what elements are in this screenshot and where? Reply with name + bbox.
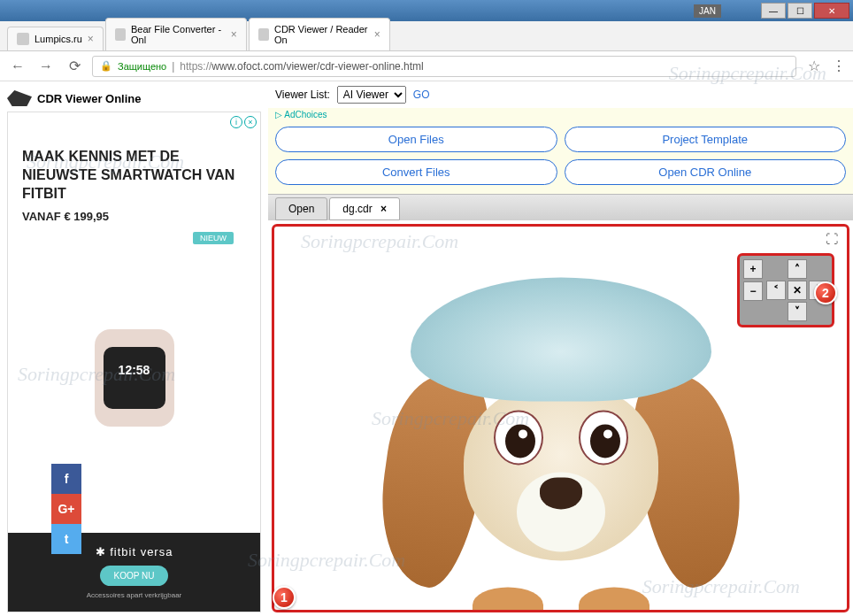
ad-info-icons[interactable]: i×	[230, 116, 257, 128]
address-bar: ← → ⟳ 🔒 Защищено | https://www.ofoct.com…	[0, 51, 853, 81]
file-tab-current[interactable]: dg.cdr ×	[329, 197, 400, 220]
browser-tab[interactable]: Lumpics.ru ×	[7, 27, 104, 50]
menu-button[interactable]: ⋮	[832, 58, 846, 74]
adchoices-row[interactable]: ▷ AdChoices	[268, 108, 853, 121]
viewer-canvas[interactable]: ⛶ + − ˄ ˂ ✕ ˃ ˅	[272, 224, 849, 612]
ad-cta-button[interactable]: KOOP NU	[100, 566, 169, 586]
ad-price: VANAF € 199,95	[8, 210, 260, 223]
browser-tabbar: Lumpics.ru × Bear File Converter - Onl ×…	[0, 21, 853, 51]
ad-banner[interactable]: i× MAAK KENNIS MET DE NIEUWSTE SMARTWATC…	[7, 112, 261, 612]
close-button[interactable]: ✕	[814, 3, 849, 19]
favicon-icon	[115, 28, 126, 41]
tab-close-icon[interactable]: ×	[374, 28, 380, 41]
facebook-button[interactable]: f	[51, 464, 81, 494]
open-cdr-online-button[interactable]: Open CDR Online	[565, 159, 847, 185]
open-tab[interactable]: Open	[275, 197, 327, 220]
tab-close-icon[interactable]: ×	[231, 28, 237, 41]
tab-title: Bear File Converter - Onl	[131, 24, 226, 45]
file-tab-label: dg.cdr	[342, 203, 372, 215]
viewer-select[interactable]: AI Viewer	[337, 86, 406, 104]
viewer-toolbar: Viewer List: AI Viewer GO	[268, 81, 853, 108]
project-template-button[interactable]: Project Template	[565, 127, 847, 152]
social-buttons: f G+ t	[51, 464, 81, 554]
site-header: CDR Viewer Online	[7, 85, 261, 112]
favicon-icon	[258, 28, 269, 41]
reload-button[interactable]: ⟳	[64, 56, 85, 77]
page-content: CDR Viewer Online i× MAAK KENNIS MET DE …	[0, 81, 853, 616]
pan-down-button[interactable]: ˅	[788, 302, 807, 321]
lang-indicator[interactable]: JAN	[694, 4, 721, 18]
back-button[interactable]: ←	[7, 56, 28, 77]
pan-reset-button[interactable]: ✕	[788, 281, 807, 300]
left-column: CDR Viewer Online i× MAAK KENNIS MET DE …	[0, 81, 268, 616]
favicon-icon	[17, 33, 29, 45]
ad-footer: ✱ fitbit versa KOOP NU Accessoires apart…	[8, 533, 260, 612]
lock-icon: 🔒	[100, 60, 112, 72]
zoom-in-button[interactable]: +	[743, 259, 763, 279]
ad-image: NIEUW 12:58	[8, 223, 260, 533]
minimize-button[interactable]: —	[761, 3, 786, 19]
pan-up-button[interactable]: ˄	[788, 259, 807, 279]
callout-2: 2	[814, 281, 837, 304]
viewer-list-label: Viewer List:	[275, 89, 330, 101]
site-title: CDR Viewer Online	[37, 92, 142, 105]
watch-icon: 12:58	[95, 329, 174, 427]
right-column: Viewer List: AI Viewer GO ▷ AdChoices Op…	[268, 81, 853, 616]
callout-1: 1	[273, 586, 296, 609]
url-text: https://www.ofoct.com/viewer/cdr-viewer-…	[180, 60, 423, 73]
googleplus-button[interactable]: G+	[51, 494, 81, 524]
open-files-button[interactable]: Open Files	[275, 127, 557, 152]
fullscreen-icon[interactable]: ⛶	[826, 232, 838, 246]
go-link[interactable]: GO	[413, 89, 430, 101]
maximize-button[interactable]: ☐	[788, 3, 812, 19]
convert-files-button[interactable]: Convert Files	[275, 159, 557, 185]
tab-close-icon[interactable]: ×	[88, 33, 94, 45]
ad-fineprint: Accessoires apart verkrijgbaar	[15, 591, 253, 599]
url-input[interactable]: 🔒 Защищено | https://www.ofoct.com/viewe…	[92, 56, 796, 77]
file-tab-close-icon[interactable]: ×	[380, 203, 387, 215]
twitter-button[interactable]: t	[51, 524, 81, 554]
action-buttons: Open Files Project Template Convert File…	[268, 121, 853, 194]
browser-tab[interactable]: Bear File Converter - Onl ×	[105, 18, 247, 50]
forward-button[interactable]: →	[35, 56, 57, 77]
ad-headline: MAAK KENNIS MET DE NIEUWSTE SMARTWATCH V…	[8, 112, 260, 210]
pan-left-button[interactable]: ˂	[766, 281, 786, 300]
ad-badge: NIEUW	[193, 232, 234, 244]
tab-title: Lumpics.ru	[35, 34, 82, 44]
browser-tab[interactable]: CDR Viewer / Reader On ×	[249, 18, 390, 50]
zoom-out-button[interactable]: −	[743, 281, 763, 301]
secure-label: Защищено	[118, 61, 166, 72]
file-tabs: Open dg.cdr ×	[268, 194, 853, 220]
tab-title: CDR Viewer / Reader On	[274, 24, 369, 45]
star-button[interactable]: ☆	[803, 56, 825, 77]
cdr-image-content	[375, 277, 747, 612]
logo-icon	[7, 90, 32, 106]
